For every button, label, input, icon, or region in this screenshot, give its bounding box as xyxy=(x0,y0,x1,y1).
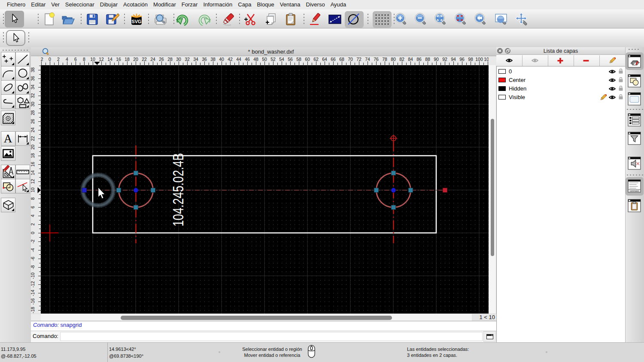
svg-text:6: 6 xyxy=(74,57,77,62)
svg-text:10: 10 xyxy=(90,57,95,62)
svg-text:48: 48 xyxy=(253,57,258,62)
svg-text:96: 96 xyxy=(459,57,465,62)
svg-text:22: 22 xyxy=(142,57,147,62)
svg-text:44: 44 xyxy=(236,57,241,62)
svg-text:36: 36 xyxy=(202,57,207,62)
svg-text:38: 38 xyxy=(31,67,35,72)
svg-text:12: 12 xyxy=(31,179,35,184)
svg-text:8: 8 xyxy=(31,197,35,200)
svg-text:66: 66 xyxy=(331,57,336,62)
svg-text:30: 30 xyxy=(31,102,35,107)
svg-text:54: 54 xyxy=(279,57,284,62)
svg-text:2: 2 xyxy=(31,223,35,226)
svg-text:10: 10 xyxy=(31,187,35,193)
svg-text:50: 50 xyxy=(262,57,267,62)
svg-text:-12: -12 xyxy=(31,281,35,287)
svg-text:46: 46 xyxy=(245,57,250,62)
svg-text:12: 12 xyxy=(99,57,104,62)
svg-text:100: 100 xyxy=(475,57,483,62)
svg-text:20: 20 xyxy=(31,145,35,150)
svg-text:78: 78 xyxy=(382,57,387,62)
svg-text:-14: -14 xyxy=(31,290,35,296)
svg-text:6: 6 xyxy=(31,206,35,208)
svg-text:18: 18 xyxy=(31,153,35,158)
svg-text:62: 62 xyxy=(313,57,319,62)
svg-text:40: 40 xyxy=(219,57,224,62)
svg-text:command: command xyxy=(630,190,639,192)
svg-text:38: 38 xyxy=(210,57,216,62)
svg-text:-10: -10 xyxy=(31,272,35,279)
svg-text:34: 34 xyxy=(193,57,198,62)
svg-text:14: 14 xyxy=(107,57,112,62)
svg-text:16: 16 xyxy=(116,57,121,62)
svg-text:84: 84 xyxy=(408,57,413,62)
svg-text:30: 30 xyxy=(176,57,181,62)
svg-text:88: 88 xyxy=(425,57,430,62)
svg-text:70: 70 xyxy=(348,57,353,62)
svg-text:-2: -2 xyxy=(31,239,35,243)
svg-text:0: 0 xyxy=(49,57,51,62)
svg-text:26: 26 xyxy=(31,119,35,124)
svg-text:-6: -6 xyxy=(31,256,35,260)
svg-text:-4: -4 xyxy=(31,248,35,252)
svg-text:28: 28 xyxy=(167,57,173,62)
svg-text:68: 68 xyxy=(339,57,344,62)
svg-text:22: 22 xyxy=(31,136,35,141)
svg-text:18: 18 xyxy=(125,57,130,62)
svg-text:2: 2 xyxy=(57,57,60,62)
svg-text:36: 36 xyxy=(31,76,35,81)
svg-text:90: 90 xyxy=(434,57,439,62)
svg-text:-8: -8 xyxy=(31,265,35,269)
svg-text:28: 28 xyxy=(31,110,35,115)
svg-text:52: 52 xyxy=(270,57,276,62)
svg-text:82: 82 xyxy=(399,57,404,62)
svg-text:-16: -16 xyxy=(31,298,35,305)
svg-text:-18: -18 xyxy=(31,307,35,313)
svg-text:76: 76 xyxy=(374,57,379,62)
svg-text:A: A xyxy=(4,132,12,145)
svg-text:98: 98 xyxy=(468,57,473,62)
svg-text:80: 80 xyxy=(391,57,396,62)
svg-text:102: 102 xyxy=(484,57,489,62)
svg-text:74: 74 xyxy=(365,57,370,62)
svg-text:56: 56 xyxy=(288,57,293,62)
svg-text:4: 4 xyxy=(66,57,68,62)
svg-text:8: 8 xyxy=(83,57,85,62)
svg-text:24: 24 xyxy=(31,127,35,133)
svg-text:72: 72 xyxy=(356,57,361,62)
svg-text:4: 4 xyxy=(31,214,35,217)
svg-text:60: 60 xyxy=(305,57,310,62)
svg-text:58: 58 xyxy=(296,57,301,62)
svg-text:86: 86 xyxy=(416,57,422,62)
svg-text:14: 14 xyxy=(31,170,35,175)
svg-text:26: 26 xyxy=(159,57,164,62)
svg-text:24: 24 xyxy=(150,57,155,62)
svg-text:64: 64 xyxy=(322,57,327,62)
svg-text:-2: -2 xyxy=(41,57,43,62)
svg-text:16: 16 xyxy=(31,162,35,167)
svg-text:34: 34 xyxy=(31,84,35,90)
svg-text:0: 0 xyxy=(31,232,35,234)
svg-text:94: 94 xyxy=(451,57,456,62)
svg-text:20: 20 xyxy=(133,57,138,62)
svg-text:42: 42 xyxy=(228,57,233,62)
svg-text:32: 32 xyxy=(31,93,35,98)
svg-text:SVG: SVG xyxy=(131,19,141,24)
svg-text:104.245.02.4B: 104.245.02.4B xyxy=(170,153,186,226)
svg-text:32: 32 xyxy=(185,57,190,62)
svg-text:92: 92 xyxy=(442,57,447,62)
